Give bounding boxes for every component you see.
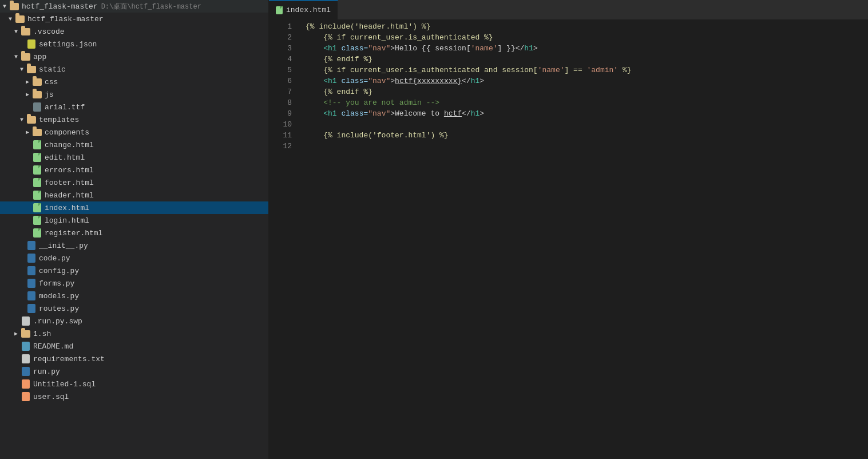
code-token <box>306 43 323 54</box>
sidebar-item-arial-ttf[interactable]: arial.ttf <box>0 101 268 113</box>
code-line-9: <h1 class="nav">Welcome to hctf</h1> <box>306 108 868 119</box>
file-icon <box>26 39 37 49</box>
sidebar-item-templates-folder[interactable]: ▼ templates <box>0 113 268 126</box>
sidebar-item-run-swp[interactable]: .run.py.swp <box>0 315 268 327</box>
sidebar-item-errors-html[interactable]: errors.html <box>0 164 268 176</box>
code-area[interactable]: {% include('header.html') %} {% if curre… <box>298 20 868 459</box>
tree-item-label: forms.py <box>39 279 74 288</box>
code-token <box>337 108 342 119</box>
sidebar-item-routes-py[interactable]: routes.py <box>0 302 268 315</box>
code-token <box>337 76 342 86</box>
code-token: </ <box>462 108 471 119</box>
code-line-8: <!-- you are not admin --> <box>306 97 868 108</box>
tree-item-label: index.html <box>45 204 89 212</box>
sidebar-item-sh-folder[interactable]: ▶ 1.sh <box>0 327 268 340</box>
py-file-icon <box>27 304 35 313</box>
sidebar-item-static-folder[interactable]: ▼ static <box>0 63 268 76</box>
code-token: h1 <box>471 76 480 86</box>
tree-item-label: header.html <box>45 191 94 200</box>
sidebar-item-untitled-sql[interactable]: Untitled-1.sql <box>0 378 268 390</box>
code-token: hctf{xxxxxxxxx} <box>395 76 462 86</box>
sidebar-item-js-folder[interactable]: ▶ js <box>0 88 268 101</box>
folder-icon <box>33 129 42 136</box>
html-file-icon <box>33 178 41 187</box>
root-path: D:\桌面\hctf_flask-master <box>101 2 201 11</box>
file-icon <box>32 89 42 100</box>
md-file-icon <box>22 342 30 351</box>
sidebar-item-init-py[interactable]: __init__.py <box>0 239 268 252</box>
sidebar-item-user-sql[interactable]: user.sql <box>0 390 268 403</box>
sidebar-item-requirements-txt[interactable]: requirements.txt <box>0 353 268 365</box>
tree-item-label: user.sql <box>33 393 69 401</box>
tab-bar: index.html <box>269 0 868 20</box>
sidebar-item-run-py[interactable]: run.py <box>0 365 268 378</box>
sidebar-item-register-html[interactable]: register.html <box>0 227 268 239</box>
sql-file-icon <box>22 379 30 389</box>
code-token: <!-- you are not admin --> <box>306 97 439 108</box>
line-number-1: 1 <box>280 21 292 32</box>
tree-item-label: change.html <box>45 141 94 149</box>
sidebar-item-footer-html[interactable]: footer.html <box>0 176 268 189</box>
sidebar-item-change-html[interactable]: change.html <box>0 139 268 151</box>
tree-item-label: login.html <box>45 216 89 225</box>
code-token: > <box>479 76 484 86</box>
sidebar-item-login-html[interactable]: login.html <box>0 214 268 227</box>
sidebar-item-index-html[interactable]: index.html <box>0 201 268 214</box>
file-icon <box>32 77 42 87</box>
code-token: {% include('header.html') %} <box>306 21 430 32</box>
tab-file-icon <box>276 6 283 14</box>
sidebar-item-css-folder[interactable]: ▶ css <box>0 76 268 88</box>
code-token: > <box>479 108 484 119</box>
file-icon <box>26 114 37 125</box>
file-icon <box>9 1 19 11</box>
code-token: {% if current_user.is_authenticated %} <box>306 32 493 43</box>
sidebar-item-readme-md[interactable]: README.md <box>0 340 268 353</box>
sidebar-item-components-folder[interactable]: ▶ components <box>0 126 268 139</box>
tab-label: index.html <box>286 6 331 14</box>
sidebar-item-header-html[interactable]: header.html <box>0 189 268 201</box>
tab-index-html[interactable]: index.html <box>269 0 338 19</box>
html-file-icon <box>33 153 41 162</box>
sidebar-item-config-py[interactable]: config.py <box>0 264 268 277</box>
tree-item-label: README.md <box>33 342 73 351</box>
code-line-3: <h1 class="nav">Hello {{ session['name']… <box>306 43 868 54</box>
sidebar-item-code-py[interactable]: code.py <box>0 252 268 264</box>
line-number-7: 7 <box>280 86 292 97</box>
sidebar-item-settings-json[interactable]: settings.json <box>0 38 268 50</box>
tree-item-label: arial.ttf <box>45 103 85 112</box>
tree-item-label: errors.html <box>45 166 94 175</box>
sidebar-item-hctf-folder[interactable]: ▼ hctf_flask-master <box>0 13 268 25</box>
sidebar-item-forms-py[interactable]: forms.py <box>0 277 268 290</box>
tree-item-label: templates <box>39 116 79 124</box>
line-number-4: 4 <box>280 54 292 65</box>
code-token: %} <box>618 65 631 76</box>
code-token: 'name' <box>538 65 565 76</box>
sidebar-item-vscode-folder[interactable]: ▼ .vscode <box>0 25 268 38</box>
code-token: </ <box>462 76 471 86</box>
code-token <box>337 43 342 54</box>
sidebar-item-edit-html[interactable]: edit.html <box>0 151 268 164</box>
code-token: > <box>390 76 395 86</box>
line-number-3: 3 <box>280 43 292 54</box>
py-file-icon <box>27 266 35 275</box>
sidebar-item-models-py[interactable]: models.py <box>0 290 268 302</box>
sidebar-item-app-folder[interactable]: ▼ app <box>0 50 268 63</box>
sidebar-item-root-folder[interactable]: ▼ hctf_flask-master D:\桌面\hctf_flask-mas… <box>0 0 268 13</box>
file-icon <box>32 140 42 150</box>
py-file-icon <box>27 241 35 250</box>
py-file-icon <box>27 291 35 300</box>
code-token <box>306 108 323 119</box>
code-token: {% endif %} <box>306 86 372 97</box>
folder-icon <box>15 15 25 23</box>
chevron-icon: ▼ <box>0 3 9 10</box>
sql-file-icon <box>22 392 30 401</box>
html-file-icon <box>33 191 41 200</box>
chevron-icon: ▼ <box>17 66 26 73</box>
file-icon <box>21 52 31 62</box>
tree-item-label: edit.html <box>45 153 85 162</box>
html-file-icon <box>33 203 41 212</box>
file-icon <box>21 379 31 389</box>
folder-icon <box>21 28 30 35</box>
file-icon <box>26 240 37 251</box>
file-icon <box>32 165 42 175</box>
